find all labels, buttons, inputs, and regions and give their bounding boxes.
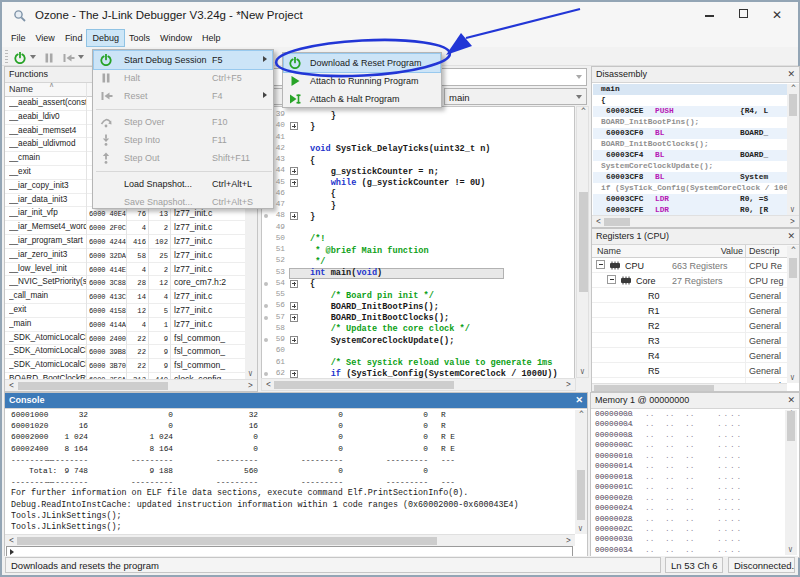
menu-item-reset[interactable]: ResetF4: [94, 87, 272, 105]
memory-row[interactable]: 00000030............: [593, 535, 783, 545]
disassembly-row[interactable]: SystemCoreClockUpdate();: [593, 161, 787, 172]
disassembly-row[interactable]: 60003CEEPUSH{R4, L: [593, 106, 787, 117]
menu-item-step-over[interactable]: Step OverF10: [94, 113, 272, 131]
menu-find[interactable]: Find: [60, 30, 88, 46]
register-row-r2[interactable]: R2General: [592, 318, 787, 333]
menu-item-step-into[interactable]: Step IntoF11: [94, 131, 272, 149]
console-vscrollbar[interactable]: ^v: [575, 410, 587, 534]
memory-vscrollbar[interactable]: ^v: [785, 410, 797, 555]
fold-icon[interactable]: [290, 314, 298, 322]
code-line-59[interactable]: 59 SystemCoreClockUpdate();: [262, 335, 574, 346]
function-row[interactable]: __NVIC_SetPriority(sh6000 3C882812core_c…: [5, 276, 245, 290]
disassembly-row[interactable]: 60003CF8BLSystem: [593, 172, 787, 183]
code-line-55[interactable]: 55 /* Board pin init */: [262, 290, 574, 301]
register-row-r0[interactable]: R0General: [592, 288, 787, 303]
disassembly-vscrollbar[interactable]: ^v: [787, 84, 799, 215]
function-row[interactable]: _SDK_AtomicLocalClea6000 3B70229fsl_comm…: [5, 359, 245, 373]
code-line-61[interactable]: 61 /* Set systick reload value to genera…: [262, 358, 574, 369]
code-line-40[interactable]: 40}: [262, 121, 574, 132]
console-hscrollbar[interactable]: <>: [5, 534, 575, 546]
code-line-39[interactable]: 39 }: [262, 110, 574, 121]
registers-vscrollbar[interactable]: ^v: [787, 246, 799, 383]
editor-hscrollbar[interactable]: <>: [261, 378, 576, 391]
code-line-48[interactable]: 48}: [262, 211, 574, 222]
close-icon[interactable]: ✕: [787, 231, 795, 241]
submenu-item-attach-halt-program[interactable]: Attach & Halt Program: [284, 90, 440, 108]
code-line-50[interactable]: 50/*!: [262, 234, 574, 245]
code-line-51[interactable]: 51 * @brief Main function: [262, 245, 574, 256]
close-icon[interactable]: ✕: [787, 69, 795, 79]
fold-icon[interactable]: [290, 370, 298, 378]
register-row-r1[interactable]: R1General: [592, 303, 787, 318]
function-row[interactable]: __low_level_init6000 414E42lz77_init.c: [5, 263, 245, 277]
function-row[interactable]: _SDK_AtomicLocalClea6000 2400229fsl_comm…: [5, 332, 245, 346]
menu-item-save-snapshot[interactable]: Save Snapshot...Ctrl+Alt+S: [94, 193, 272, 211]
fold-icon[interactable]: [290, 122, 298, 130]
close-icon[interactable]: ✕: [787, 395, 795, 405]
functions-hscrollbar[interactable]: <>: [5, 379, 257, 391]
code-line-46[interactable]: 46 {: [262, 189, 574, 200]
menu-window[interactable]: Window: [155, 30, 197, 46]
memory-row[interactable]: 0000002C............: [593, 525, 783, 535]
memory-row[interactable]: 00000018............: [593, 473, 783, 483]
source-code-area[interactable]: 39 }40}4142void SysTick_DelayTicks(uint3…: [261, 106, 575, 380]
memory-row[interactable]: 0000000C............: [593, 441, 783, 451]
code-line-43[interactable]: 43{: [262, 155, 574, 166]
disassembly-row[interactable]: 60003CFELDRR0, [R: [593, 205, 787, 215]
disassembly-hscrollbar[interactable]: <>: [592, 215, 799, 227]
minimize-button[interactable]: [692, 2, 726, 28]
menu-item-halt[interactable]: HaltCtrl+F5: [94, 69, 272, 87]
code-line-42[interactable]: 42void SysTick_DelayTicks(uint32_t n): [262, 144, 574, 155]
memory-row[interactable]: 00000028............: [593, 515, 783, 525]
register-row-cpu[interactable]: CPU663 RegistersCPU Re: [592, 258, 787, 273]
disassembly-row[interactable]: BOARD_InitBootPins();: [593, 117, 787, 128]
fold-icon[interactable]: [290, 336, 298, 344]
disassembly-row[interactable]: 60003CF4BLBOARD_: [593, 150, 787, 161]
code-line-47[interactable]: 47 }: [262, 200, 574, 211]
menu-file[interactable]: File: [6, 30, 31, 46]
code-line-45[interactable]: 45 while (g_systickCounter != 0U): [262, 178, 574, 189]
submenu-item-attach-to-running-program[interactable]: Attach to Running Program: [284, 72, 440, 90]
function-row[interactable]: __iar_program_start6000 4244416102lz77_i…: [5, 235, 245, 249]
disassembly-row[interactable]: BOARD_InitBootClocks();: [593, 139, 787, 150]
start-debug-icon-dropdown[interactable]: [30, 55, 36, 59]
menu-item-start-debug-session[interactable]: Start Debug SessionF5: [94, 51, 272, 69]
menu-tools[interactable]: Tools: [124, 30, 155, 46]
code-line-52[interactable]: 52 */: [262, 256, 574, 267]
registers-column-header[interactable]: Name Value Descrip: [592, 245, 799, 258]
disassembly-row[interactable]: 60003CF0BLBOARD_: [593, 128, 787, 139]
register-row-r5[interactable]: R5General: [592, 363, 787, 378]
function-row[interactable]: _main6000 414A41lz77_init.c: [5, 318, 245, 332]
fold-icon[interactable]: [290, 302, 298, 310]
code-line-49[interactable]: 49: [262, 223, 574, 234]
function-row[interactable]: __iar_Memset4_word6000 2F0C42lz77_init.c: [5, 221, 245, 235]
maximize-button[interactable]: [726, 2, 760, 28]
fold-icon[interactable]: [290, 167, 298, 175]
disassembly-row[interactable]: {: [593, 95, 787, 106]
function-row[interactable]: _exit6000 4158125lz77_init.c: [5, 304, 245, 318]
memory-row[interactable]: 00000020............: [593, 494, 783, 504]
memory-row[interactable]: 00000000............: [593, 410, 783, 420]
editor-vscrollbar[interactable]: ^v: [576, 106, 589, 378]
submenu-item-download-reset-program[interactable]: Download & Reset Program: [284, 54, 440, 72]
function-selector-combo[interactable]: main: [444, 88, 587, 105]
code-line-57[interactable]: 57 BOARD_InitBootClocks();: [262, 313, 574, 324]
menu-item-load-snapshot[interactable]: Load Snapshot...Ctrl+Alt+L: [94, 175, 272, 193]
function-row[interactable]: _SDK_AtomicLocalClea6000 39B8229fsl_comm…: [5, 345, 245, 359]
disassembly-row[interactable]: if (SysTick_Config(SystemCoreClock / 100…: [593, 183, 787, 194]
menu-item-step-out[interactable]: Step OutShift+F11: [94, 149, 272, 167]
function-row[interactable]: _call_main6000 413C144lz77_init.c: [5, 290, 245, 304]
memory-row[interactable]: 00000024............: [593, 504, 783, 514]
code-line-41[interactable]: 41: [262, 133, 574, 144]
collapse-icon[interactable]: [596, 260, 605, 269]
register-row-r4[interactable]: R4General: [592, 348, 787, 363]
memory-row[interactable]: 00000014............: [593, 462, 783, 472]
code-line-60[interactable]: 60: [262, 346, 574, 357]
code-line-56[interactable]: 56 BOARD_InitBootPins();: [262, 301, 574, 312]
code-line-53[interactable]: 53int main(void): [262, 268, 574, 279]
function-row[interactable]: __iar_zero_init36000 32DA5825lz77_init.c: [5, 249, 245, 263]
register-row-r3[interactable]: R3General: [592, 333, 787, 348]
memory-row[interactable]: 00000004............: [593, 420, 783, 430]
code-line-54[interactable]: 54{: [262, 279, 574, 290]
fold-icon[interactable]: [290, 179, 298, 187]
